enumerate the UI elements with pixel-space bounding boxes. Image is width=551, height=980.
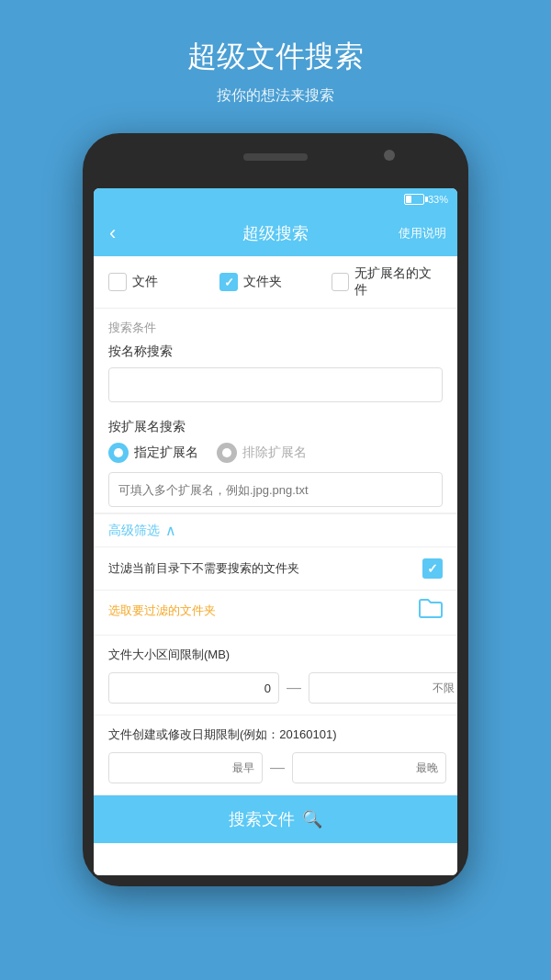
filter-folder-text: 过滤当前目录下不需要搜索的文件夹 [108, 560, 422, 577]
status-bar: 33% [94, 188, 457, 210]
phone-shell: 33% ‹ 超级搜索 使用说明 文件 [83, 133, 468, 886]
checkbox-file-label: 文件 [132, 274, 158, 290]
radio-specify-label: 指定扩展名 [134, 445, 198, 461]
page-title: 超级文件搜索 [0, 37, 551, 77]
battery-indicator: 33% [404, 194, 448, 205]
back-button[interactable]: ‹ [105, 217, 120, 250]
search-button[interactable]: 搜索文件 🔍 [94, 795, 457, 843]
filter-checkbox[interactable] [422, 558, 443, 579]
name-search-input[interactable] [108, 367, 443, 402]
phone-camera [384, 150, 395, 161]
folder-icon[interactable] [419, 598, 443, 624]
phone-container: 33% ‹ 超级搜索 使用说明 文件 [83, 133, 468, 886]
file-type-row: 文件 文件夹 无扩展名的文件 [94, 256, 457, 309]
radio-exclude-label: 排除扩展名 [242, 445, 307, 461]
name-search-label: 按名称搜索 [108, 344, 443, 360]
checkbox-item-folder[interactable]: 文件夹 [219, 273, 331, 291]
size-dash: — [287, 680, 301, 696]
radio-exclude-ext[interactable]: 排除扩展名 [217, 443, 307, 463]
search-conditions-section: 搜索条件 按名称搜索 [94, 309, 457, 408]
date-dash: — [270, 760, 285, 776]
advanced-filter-label: 高级筛选 [108, 523, 160, 539]
file-date-section: 文件创建或修改日期限制(例如：20160101) — [94, 715, 457, 795]
section-label: 搜索条件 [108, 320, 443, 336]
size-min-input[interactable] [108, 672, 279, 704]
advanced-filter-toggle[interactable]: 高级筛选 ∧ [94, 513, 457, 547]
checkbox-item-file[interactable]: 文件 [108, 273, 219, 291]
size-max-input[interactable] [309, 672, 457, 704]
ext-search-label: 按扩展名搜索 [108, 419, 443, 435]
filter-folder-row: 过滤当前目录下不需要搜索的文件夹 [94, 547, 457, 591]
page-subtitle: 按你的想法来搜索 [0, 86, 551, 106]
header-area: 超级文件搜索 按你的想法来搜索 [0, 0, 551, 124]
battery-icon [404, 194, 424, 205]
ext-input[interactable] [108, 472, 443, 507]
checkbox-folder[interactable] [219, 273, 238, 291]
chevron-up-icon: ∧ [165, 522, 176, 539]
battery-percent: 33% [428, 194, 448, 205]
app-bar-title: 超级搜索 [242, 222, 309, 244]
select-folder-text[interactable]: 选取要过滤的文件夹 [108, 603, 216, 619]
phone-speaker [243, 153, 308, 161]
checkbox-noext[interactable] [332, 273, 350, 291]
date-latest-input[interactable] [292, 752, 446, 783]
radio-row: 指定扩展名 排除扩展名 [108, 443, 443, 463]
checkbox-folder-label: 文件夹 [243, 274, 282, 290]
search-icon: 🔍 [302, 809, 322, 829]
checkbox-file[interactable] [108, 273, 127, 291]
select-folder-row: 选取要过滤的文件夹 [94, 591, 457, 636]
ext-search-section: 按扩展名搜索 指定扩展名 排除扩展名 [94, 408, 457, 513]
battery-fill [406, 196, 411, 203]
date-label: 文件创建或修改日期限制(例如：20160101) [108, 727, 443, 743]
radio-dot-active[interactable] [108, 443, 129, 463]
help-button[interactable]: 使用说明 [399, 225, 446, 242]
radio-dot-inactive[interactable] [217, 443, 237, 463]
phone-screen: 33% ‹ 超级搜索 使用说明 文件 [94, 188, 457, 875]
file-size-section: 文件大小区间限制(MB) — [94, 636, 457, 715]
app-bar: ‹ 超级搜索 使用说明 [94, 210, 457, 256]
size-range-row: — [108, 672, 443, 704]
radio-specify-ext[interactable]: 指定扩展名 [108, 443, 198, 463]
size-label: 文件大小区间限制(MB) [108, 647, 443, 663]
search-button-label: 搜索文件 [229, 808, 295, 830]
date-range-row: — [108, 752, 443, 783]
content-area: 文件 文件夹 无扩展名的文件 搜索条件 按名称搜索 [94, 256, 457, 875]
checkbox-noext-label: 无扩展名的文件 [354, 265, 443, 299]
date-earliest-input[interactable] [108, 752, 263, 783]
checkbox-item-noext[interactable]: 无扩展名的文件 [332, 265, 443, 299]
